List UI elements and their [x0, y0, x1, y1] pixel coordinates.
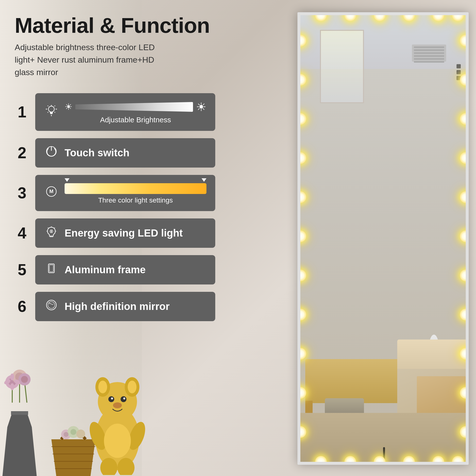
- svg-rect-39: [50, 112, 53, 113]
- feature-item-4: 4: [15, 219, 215, 248]
- color-text: Three color light settings: [65, 196, 206, 204]
- stuffed-animal: [88, 377, 147, 476]
- feature-number-4: 4: [15, 224, 29, 242]
- feature-item-1: 1: [15, 93, 215, 131]
- color-marker-left: [65, 178, 69, 182]
- mirror-window: [320, 30, 364, 103]
- ctrl-btn-1: [457, 64, 461, 68]
- feature-number-2: 2: [15, 144, 29, 162]
- svg-line-47: [48, 112, 48, 113]
- svg-line-48: [54, 112, 55, 113]
- mirror-pillow: [397, 340, 466, 369]
- bulb-icon: [44, 225, 59, 241]
- ctrl-btn-2: [457, 70, 461, 74]
- feature-number-1: 1: [15, 103, 29, 121]
- feature-item-6: 6 High definition mirror: [15, 292, 215, 321]
- svg-line-45: [48, 106, 48, 106]
- mirror-icon: [44, 299, 59, 314]
- brightness-track: [75, 102, 193, 112]
- brightness-content: ☀ ☀ Adjustable Brightness: [65, 100, 206, 124]
- svg-point-28: [108, 396, 114, 402]
- feature-card-2: Touch switch: [35, 138, 215, 168]
- color-temperature-bar: [65, 183, 206, 194]
- feature-text-5: Aluminum frame: [65, 264, 206, 276]
- brightness-bar-row: ☀ ☀: [65, 100, 206, 114]
- sun-dim-icon: ☀: [65, 102, 72, 112]
- frame-icon: [44, 262, 59, 278]
- svg-line-58: [54, 228, 55, 228]
- page-subtitle: Adjustable brightness three-color LED li…: [15, 41, 156, 79]
- mirror-reflection: [300, 15, 466, 462]
- svg-point-31: [123, 397, 125, 399]
- power-icon: [44, 145, 59, 161]
- feature-card-3: M Three color light settings: [35, 175, 215, 211]
- mirror-vent: [412, 45, 446, 62]
- color-marker-right: [202, 178, 206, 182]
- svg-point-26: [98, 381, 107, 393]
- feature-text-2: Touch switch: [65, 147, 206, 159]
- svg-line-46: [54, 106, 55, 106]
- svg-point-32: [113, 402, 122, 408]
- feature-item-5: 5 Aluminum frame: [15, 255, 215, 285]
- svg-rect-63: [50, 265, 53, 272]
- page-title: Material & Function: [15, 15, 215, 36]
- sun-bright-icon: ☀: [196, 100, 206, 114]
- brightness-icon: [44, 104, 59, 120]
- svg-line-59: [48, 228, 49, 228]
- feature-item-3: 3 M Three color light settings: [15, 175, 215, 211]
- svg-point-29: [120, 396, 126, 402]
- feature-card-6: High definition mirror: [35, 292, 215, 321]
- svg-rect-40: [50, 113, 52, 114]
- feature-number-3: 3: [15, 184, 29, 202]
- color-bar-container: Three color light settings: [65, 182, 206, 204]
- feature-number-6: 6: [15, 297, 29, 316]
- svg-point-35: [104, 424, 131, 458]
- feature-item-2: 2 Touch switch: [15, 138, 215, 168]
- feature-card-5: Aluminum frame: [35, 255, 215, 285]
- feature-text-6: High definition mirror: [65, 301, 206, 312]
- feature-text-4: Energy saving LED light: [65, 227, 206, 239]
- mirror-product: [297, 12, 469, 465]
- mode-icon: M: [44, 185, 59, 201]
- feature-card-4: Energy saving LED light: [35, 219, 215, 248]
- svg-point-30: [111, 397, 113, 399]
- feature-card-1: ☀ ☀ Adjustable Brightness: [35, 93, 215, 131]
- brightness-label: Adjustable Brightness: [100, 116, 171, 124]
- svg-text:M: M: [50, 188, 53, 194]
- svg-point-38: [49, 106, 54, 112]
- feature-number-5: 5: [15, 261, 29, 279]
- svg-point-27: [128, 381, 136, 393]
- feature-list: 1: [15, 93, 215, 321]
